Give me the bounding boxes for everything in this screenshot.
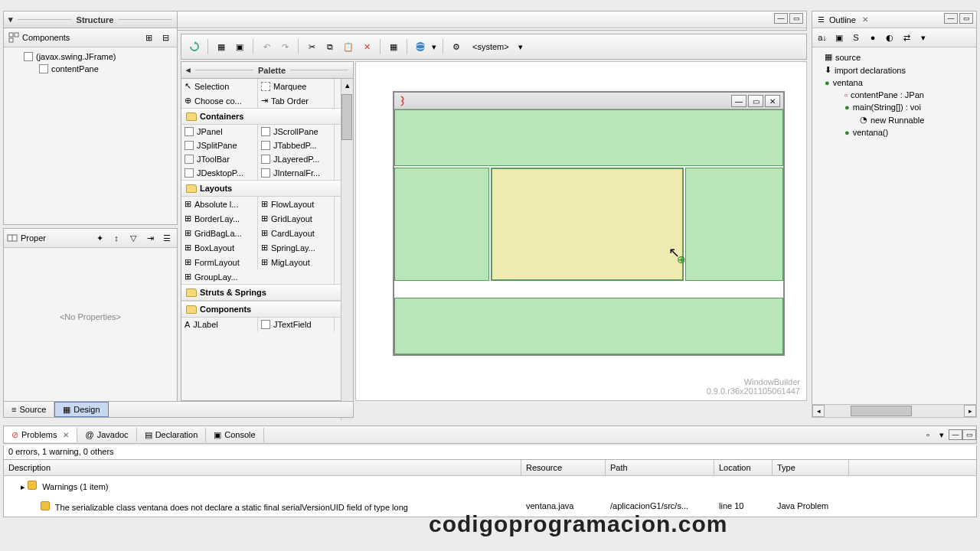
- palette-jpanel[interactable]: JPanel: [181, 125, 258, 139]
- close-icon[interactable]: ✕: [862, 15, 868, 24]
- system-dropdown[interactable]: <system>: [468, 42, 514, 51]
- scroll-left-icon[interactable]: ◂: [812, 405, 825, 417]
- outline-sort-icon[interactable]: a↓: [815, 31, 829, 44]
- palette-arrow-icon[interactable]: ◂: [186, 65, 191, 75]
- region-west[interactable]: [394, 168, 489, 281]
- prop-tool-icon[interactable]: ✦: [93, 231, 106, 245]
- design-canvas[interactable]: Center — ▭ ✕ ↖ WindowBuilder: [355, 61, 807, 401]
- refresh-icon[interactable]: [188, 40, 201, 54]
- palette-flowlayout[interactable]: ⊞FlowLayout: [258, 197, 335, 211]
- undo-icon[interactable]: ↶: [260, 40, 273, 54]
- prop-sort-icon[interactable]: ↕: [109, 231, 123, 245]
- maximize-icon[interactable]: ▭: [959, 13, 973, 24]
- collapse-icon[interactable]: ▾: [8, 15, 13, 24]
- palette-tab-order[interactable]: ⇥Tab Order: [258, 93, 335, 108]
- cut-icon[interactable]: ✂: [305, 40, 318, 54]
- palette-formlayout[interactable]: ⊞FormLayout: [181, 255, 258, 269]
- palette-group-containers[interactable]: Containers: [181, 108, 353, 125]
- palette-gridbaglayout[interactable]: ⊞GridBagLa...: [181, 226, 258, 240]
- outline-item-main[interactable]: ●main(String[]) : voi: [815, 101, 973, 113]
- palette-selection[interactable]: ↖Selection: [181, 79, 258, 93]
- outline-item-contentpane[interactable]: ▫contentPane : JPan: [815, 89, 973, 101]
- palette-jscrollpane[interactable]: JScrollPane: [258, 125, 335, 139]
- scroll-up-icon[interactable]: ▴: [341, 79, 353, 91]
- copy-icon[interactable]: ⧉: [323, 40, 337, 54]
- outline-item-constructor[interactable]: ●ventana(): [815, 126, 973, 139]
- prop-menu-icon[interactable]: ☰: [160, 231, 174, 245]
- minimize-icon[interactable]: —: [944, 13, 958, 24]
- redo-icon[interactable]: ↷: [278, 40, 292, 54]
- outline-link-icon[interactable]: ⇄: [900, 31, 913, 44]
- outline-local-icon[interactable]: ◐: [883, 31, 897, 44]
- region-center[interactable]: ↖: [491, 168, 684, 281]
- region-south[interactable]: [394, 298, 783, 354]
- dropdown-arrow-icon[interactable]: ▾: [432, 42, 436, 52]
- palette-marquee[interactable]: Marquee: [258, 79, 335, 93]
- col-location[interactable]: Location: [714, 460, 773, 475]
- outline-public-icon[interactable]: ●: [866, 31, 880, 44]
- test-icon[interactable]: ▦: [214, 40, 228, 54]
- design-jframe[interactable]: — ▭ ✕ ↖: [393, 91, 785, 356]
- palette-jsplitpane[interactable]: JSplitPane: [181, 139, 258, 152]
- delete-icon[interactable]: ✕: [360, 40, 374, 54]
- internationalize-icon[interactable]: [413, 40, 427, 54]
- palette-springlayout[interactable]: ⊞SpringLay...: [258, 240, 335, 255]
- design-content-pane[interactable]: ↖: [394, 109, 783, 354]
- outline-menu-icon[interactable]: ▾: [916, 31, 930, 44]
- col-resource[interactable]: Resource: [521, 460, 606, 475]
- expand-all-icon[interactable]: ⊞: [142, 31, 155, 44]
- collapse-all-icon[interactable]: ⊟: [158, 31, 172, 44]
- look-feel-icon[interactable]: ⚙: [449, 40, 463, 54]
- prop-filter-icon[interactable]: ▽: [126, 231, 140, 245]
- region-east[interactable]: [685, 168, 783, 281]
- region-north[interactable]: [394, 109, 783, 166]
- view-menu-icon[interactable]: ▫: [921, 428, 935, 442]
- outline-item-class[interactable]: ●ventana: [815, 77, 973, 89]
- col-type[interactable]: Type: [773, 460, 849, 475]
- scroll-thumb[interactable]: [851, 406, 912, 416]
- palette-choose[interactable]: ⊕Choose co...: [181, 93, 258, 108]
- palette-jinternalframe[interactable]: JInternalFr...: [258, 166, 335, 180]
- preview-icon[interactable]: ▣: [233, 40, 247, 54]
- outline-item-source[interactable]: ▦source: [815, 51, 973, 64]
- palette-scrollbar[interactable]: ▴ ▾: [341, 79, 353, 420]
- design-minimize-button[interactable]: —: [731, 95, 746, 107]
- palette-cardlayout[interactable]: ⊞CardLayout: [258, 226, 335, 240]
- design-close-button[interactable]: ✕: [765, 95, 780, 107]
- prop-goto-icon[interactable]: ⇥: [143, 231, 157, 245]
- palette-jtoolbar[interactable]: JToolBar: [181, 152, 258, 166]
- col-description[interactable]: Description: [4, 460, 521, 475]
- col-path[interactable]: Path: [606, 460, 714, 475]
- dropdown-icon[interactable]: ▾: [935, 428, 949, 442]
- tab-console[interactable]: ▣ Console: [206, 428, 263, 442]
- palette-jtextfield[interactable]: JTextField: [258, 318, 335, 331]
- scroll-right-icon[interactable]: ▸: [964, 405, 976, 417]
- outline-item-imports[interactable]: ⬇import declarations: [815, 64, 973, 77]
- outline-item-runnable[interactable]: ◔new Runnable: [815, 113, 973, 126]
- palette-grouplayout[interactable]: ⊞GroupLay...: [181, 269, 335, 284]
- palette-jlayeredpane[interactable]: JLayeredP...: [258, 152, 335, 166]
- palette-jlabel[interactable]: AJLabel: [181, 318, 258, 331]
- tree-item-contentpane[interactable]: contentPane: [8, 63, 172, 75]
- tree-item-jframe[interactable]: (javax.swing.JFrame): [8, 51, 172, 63]
- design-maximize-button[interactable]: ▭: [748, 95, 763, 107]
- paste-icon[interactable]: 📋: [341, 40, 355, 54]
- outline-hscrollbar[interactable]: ◂ ▸: [812, 404, 977, 418]
- scroll-thumb[interactable]: [341, 94, 352, 140]
- palette-absolute[interactable]: ⊞Absolute l...: [181, 197, 258, 211]
- palette-group-components[interactable]: Components: [181, 301, 353, 318]
- palette-group-struts[interactable]: Struts & Springs: [181, 284, 353, 301]
- palette-boxlayout[interactable]: ⊞BoxLayout: [181, 240, 258, 255]
- tab-problems[interactable]: ⊘ Problems ✕: [4, 428, 77, 442]
- expand-icon[interactable]: ▸: [21, 482, 25, 491]
- warnings-group-row[interactable]: ▸ Warnings (1 item): [4, 476, 976, 497]
- tab-javadoc[interactable]: @ Javadoc: [77, 428, 136, 442]
- outline-fields-icon[interactable]: ▣: [832, 31, 846, 44]
- maximize-icon[interactable]: ▭: [962, 429, 976, 440]
- tab-declaration[interactable]: ▤ Declaration: [137, 428, 207, 442]
- minimize-icon[interactable]: —: [774, 13, 788, 24]
- palette-jdesktoppane[interactable]: JDesktopP...: [181, 166, 258, 180]
- tab-source[interactable]: ≡ Source: [4, 402, 54, 417]
- palette-miglayout[interactable]: ⊞MigLayout: [258, 255, 335, 269]
- maximize-icon[interactable]: ▭: [789, 13, 803, 24]
